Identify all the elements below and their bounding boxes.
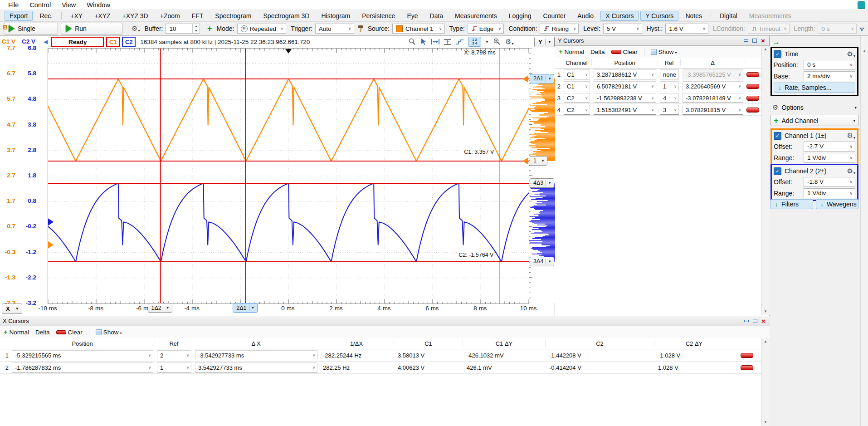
menu-item-file[interactable]: File [3,1,24,9]
fit-height-icon[interactable] [444,39,452,45]
y-add-normal-button[interactable]: + Normal [559,48,584,55]
tab-measurements[interactable]: Measurements [450,11,502,21]
x-cursors-title-bar[interactable]: X Cursors × [0,316,770,326]
tab-fft[interactable]: FFT [187,11,209,21]
add-mode-icon[interactable]: + [207,25,212,32]
filters-button[interactable]: ↓Filters [770,199,813,209]
ref-select[interactable]: 2∨ [157,350,191,360]
tab--xyz-3d[interactable]: +XYZ 3D [117,11,153,21]
maximize-icon[interactable] [751,38,758,44]
y-clear-button[interactable]: Clear [611,49,638,55]
expand-right-icon[interactable]: → [772,38,780,47]
tab-histogram[interactable]: Histogram [316,11,355,21]
channel1-gear-icon[interactable]: ⚙▾ [847,132,855,140]
y-panel-scrollbar[interactable]: ▲ ▼ [761,46,770,315]
hammer-icon[interactable] [357,24,363,33]
time-position-select[interactable]: 0 s∨ [804,60,855,70]
tab-spectrogram[interactable]: Spectrogram [210,11,256,21]
x-cursor-flag-1Δ2[interactable]: 1Δ2▼ [148,303,172,313]
ref-select[interactable]: none∨ [660,69,679,79]
pointer-icon[interactable] [420,38,427,46]
time-base-select[interactable]: 2 ms/div∨ [804,71,855,81]
channel2-offset-select[interactable]: -1.8 V∨ [804,177,855,187]
channel2-checkbox[interactable]: ✓ [774,167,781,175]
rate-samples-button[interactable]: ↓Rate, Samples... [774,83,855,93]
remove-cursor-button[interactable] [741,353,753,358]
channel-select[interactable]: C2∨ [564,93,590,103]
levels-icon[interactable] [456,39,464,45]
channel-select[interactable]: C1∨ [564,81,590,91]
y-cursor-flag-3Δ4[interactable]: 3Δ4▼ [530,257,554,266]
x-panel-scrollbar[interactable]: ▲ ▼ [761,338,770,426]
add-channel-button[interactable]: + Add Channel ▾ [770,115,858,126]
wavegens-button[interactable]: ↓Wavegens [816,199,858,209]
scroll-up-icon[interactable]: ▲ [861,48,868,55]
scroll-up-icon[interactable]: ▲ [762,46,769,53]
fit-width-icon[interactable] [431,39,439,45]
channel2-gear-icon[interactable]: ⚙▾ [847,167,855,175]
menu-item-view[interactable]: View [56,1,81,9]
zoom-fit-icon[interactable] [408,38,416,46]
ref-select[interactable]: 1∨ [157,362,191,372]
position-select[interactable]: 3.287188612 V∨ [594,69,656,79]
position-select[interactable]: 6.507829181 V∨ [594,81,656,91]
quad-view-button[interactable]: 1 23 4 [468,37,481,47]
minimize-icon[interactable] [743,318,750,324]
tab-spectrogram-3d[interactable]: Spectrogram 3D [258,11,315,21]
menu-item-control[interactable]: Control [24,1,56,9]
tab-persistence[interactable]: Persistence [357,11,400,21]
position-select[interactable]: -1.786287832 ms∨ [12,362,153,372]
x-axis-button[interactable]: X▼ [2,304,22,314]
y-cursors-title-bar[interactable]: Y Cursors × [555,36,769,46]
c1-visibility-button[interactable]: C1 [106,37,120,47]
x-add-delta-button[interactable]: Delta [35,329,50,336]
remove-cursor-button[interactable] [741,365,753,370]
channel1-offset-select[interactable]: -2.7 V∨ [804,142,855,152]
plot-gear-icon[interactable]: ⚙▾ [505,38,513,46]
close-icon[interactable]: × [760,38,766,44]
hysteresis-select[interactable]: 1.6 V∨ [665,24,708,34]
app-corner-icon[interactable] [858,1,865,9]
tab-rec-[interactable]: Rec. [34,11,58,21]
remove-cursor-button[interactable] [746,108,759,113]
tab-x-cursors[interactable]: X Cursors [600,11,639,21]
delta-select[interactable]: 3.220640569 V∨ [683,81,743,91]
x-add-normal-button[interactable]: + Normal [4,328,29,336]
collapse-left-icon[interactable]: ◀ [44,39,48,45]
channel1-checkbox[interactable]: ✓ [774,132,781,140]
zoom-in-icon[interactable] [493,38,501,46]
channel2-range-select[interactable]: 1 V/div∨ [804,188,855,198]
channel-select[interactable]: C1∨ [564,69,590,79]
dx-select[interactable]: -3.542927733 ms∨ [195,350,317,360]
tab-eye[interactable]: Eye [402,11,423,21]
x-show-menu[interactable]: Show▾ [96,329,122,336]
buffer-spinner[interactable]: 10 ▲▼ [166,24,200,34]
tab-audio[interactable]: Audio [572,11,599,21]
single-button[interactable]: 1 Single [4,23,58,34]
y-add-delta-button[interactable]: Delta [590,49,605,55]
tab-data[interactable]: Data [425,11,449,21]
scroll-down-icon[interactable]: ▼ [762,308,769,315]
buffer-spin-arrows[interactable]: ▲▼ [192,24,200,33]
remove-cursor-button[interactable] [746,96,759,101]
close-icon[interactable]: × [760,318,767,324]
remove-cursor-button[interactable] [746,72,759,77]
right-col-scrollbar[interactable]: ▲ [860,36,868,426]
tab-digital[interactable]: Digital [715,11,742,21]
remove-cursor-button[interactable] [746,84,759,89]
time-gear-icon[interactable]: ⚙▾ [847,50,855,58]
time-checkbox[interactable]: ✓ [774,50,781,58]
buffer-gear-icon[interactable]: ⚙▾ [132,24,140,33]
minimize-icon[interactable] [742,38,749,44]
position-select[interactable]: -5.329215565 ms∨ [12,350,153,360]
tab-notes[interactable]: Notes [680,11,707,21]
x-cursor-flag-2Δ1[interactable]: 2Δ1▼ [233,303,257,313]
level-select[interactable]: 5 V∨ [603,24,642,34]
tab-y-cursors[interactable]: Y Cursors [640,11,678,21]
channel1-range-select[interactable]: 1 V/div∨ [804,153,855,163]
ref-select[interactable]: 3∨ [660,105,679,115]
tab-counter[interactable]: Counter [538,11,571,21]
y-cursor-flag-4Δ3[interactable]: 4Δ3▼ [530,178,554,188]
tab--xyz[interactable]: +XYZ [89,11,115,21]
y-cursor-flag-1[interactable]: 1▼ [530,156,547,166]
